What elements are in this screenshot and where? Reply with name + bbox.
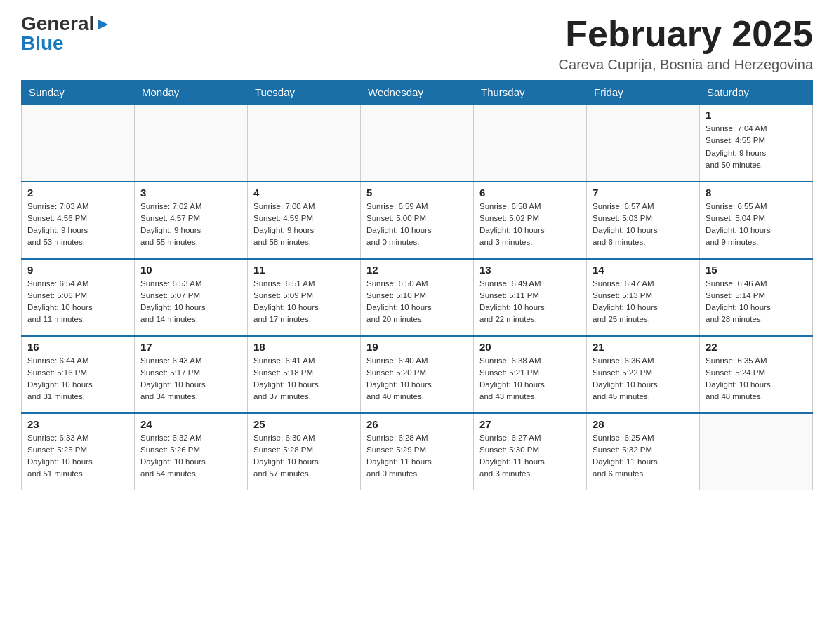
day-info: Sunrise: 6:41 AM Sunset: 5:18 PM Dayligh…: [253, 355, 355, 403]
calendar-cell: [135, 105, 248, 182]
calendar-cell: 24Sunrise: 6:32 AM Sunset: 5:26 PM Dayli…: [135, 413, 248, 490]
calendar-cell: 12Sunrise: 6:50 AM Sunset: 5:10 PM Dayli…: [361, 259, 474, 336]
calendar-cell: 10Sunrise: 6:53 AM Sunset: 5:07 PM Dayli…: [135, 259, 248, 336]
calendar-week-row: 16Sunrise: 6:44 AM Sunset: 5:16 PM Dayli…: [22, 336, 813, 413]
day-number: 27: [479, 418, 581, 430]
calendar-cell: 11Sunrise: 6:51 AM Sunset: 5:09 PM Dayli…: [248, 259, 361, 336]
calendar-cell: 20Sunrise: 6:38 AM Sunset: 5:21 PM Dayli…: [474, 336, 587, 413]
day-number: 17: [140, 341, 241, 353]
day-info: Sunrise: 6:53 AM Sunset: 5:07 PM Dayligh…: [140, 278, 241, 326]
calendar-table: SundayMondayTuesdayWednesdayThursdayFrid…: [21, 80, 813, 490]
day-info: Sunrise: 6:27 AM Sunset: 5:30 PM Dayligh…: [479, 432, 581, 481]
day-header-monday: Monday: [135, 81, 248, 105]
calendar-cell: 27Sunrise: 6:27 AM Sunset: 5:30 PM Dayli…: [474, 413, 587, 490]
day-header-sunday: Sunday: [22, 81, 135, 105]
day-number: 9: [27, 264, 128, 276]
location: Careva Cuprija, Bosnia and Herzegovina: [559, 57, 813, 73]
calendar-cell: 1Sunrise: 7:04 AM Sunset: 4:55 PM Daylig…: [700, 105, 813, 182]
day-number: 15: [706, 264, 807, 276]
calendar-cell: [587, 105, 700, 182]
day-info: Sunrise: 6:32 AM Sunset: 5:26 PM Dayligh…: [140, 432, 241, 481]
calendar-week-row: 23Sunrise: 6:33 AM Sunset: 5:25 PM Dayli…: [22, 413, 813, 490]
day-info: Sunrise: 6:49 AM Sunset: 5:11 PM Dayligh…: [479, 278, 581, 326]
day-number: 21: [593, 341, 694, 353]
calendar-cell: 4Sunrise: 7:00 AM Sunset: 4:59 PM Daylig…: [248, 182, 361, 259]
calendar-cell: 19Sunrise: 6:40 AM Sunset: 5:20 PM Dayli…: [361, 336, 474, 413]
calendar-cell: 16Sunrise: 6:44 AM Sunset: 5:16 PM Dayli…: [22, 336, 135, 413]
calendar-cell: 25Sunrise: 6:30 AM Sunset: 5:28 PM Dayli…: [248, 413, 361, 490]
day-number: 20: [479, 341, 581, 353]
calendar-cell: 22Sunrise: 6:35 AM Sunset: 5:24 PM Dayli…: [700, 336, 813, 413]
calendar-cell: 23Sunrise: 6:33 AM Sunset: 5:25 PM Dayli…: [22, 413, 135, 490]
calendar-cell: 9Sunrise: 6:54 AM Sunset: 5:06 PM Daylig…: [22, 259, 135, 336]
day-number: 2: [27, 187, 128, 199]
day-info: Sunrise: 6:57 AM Sunset: 5:03 PM Dayligh…: [593, 201, 694, 249]
day-info: Sunrise: 6:58 AM Sunset: 5:02 PM Dayligh…: [479, 201, 581, 249]
calendar-cell: 26Sunrise: 6:28 AM Sunset: 5:29 PM Dayli…: [361, 413, 474, 490]
day-info: Sunrise: 7:02 AM Sunset: 4:57 PM Dayligh…: [140, 201, 241, 249]
day-info: Sunrise: 6:38 AM Sunset: 5:21 PM Dayligh…: [479, 355, 581, 403]
day-number: 10: [140, 264, 241, 276]
day-number: 12: [366, 264, 468, 276]
logo-arrow-icon: [95, 17, 111, 32]
page-header: General Blue February 2025 Careva Cuprij…: [21, 14, 813, 73]
day-header-wednesday: Wednesday: [361, 81, 474, 105]
logo-blue: Blue: [21, 34, 64, 53]
calendar-cell: [248, 105, 361, 182]
calendar-cell: [361, 105, 474, 182]
title-section: February 2025 Careva Cuprija, Bosnia and…: [559, 14, 813, 73]
day-number: 4: [253, 187, 355, 199]
day-info: Sunrise: 6:43 AM Sunset: 5:17 PM Dayligh…: [140, 355, 241, 403]
calendar-cell: 13Sunrise: 6:49 AM Sunset: 5:11 PM Dayli…: [474, 259, 587, 336]
day-header-thursday: Thursday: [474, 81, 587, 105]
calendar-week-row: 2Sunrise: 7:03 AM Sunset: 4:56 PM Daylig…: [22, 182, 813, 259]
day-info: Sunrise: 6:40 AM Sunset: 5:20 PM Dayligh…: [366, 355, 468, 403]
day-header-friday: Friday: [587, 81, 700, 105]
day-number: 19: [366, 341, 468, 353]
day-info: Sunrise: 6:50 AM Sunset: 5:10 PM Dayligh…: [366, 278, 468, 326]
calendar-cell: 7Sunrise: 6:57 AM Sunset: 5:03 PM Daylig…: [587, 182, 700, 259]
calendar-cell: 28Sunrise: 6:25 AM Sunset: 5:32 PM Dayli…: [587, 413, 700, 490]
day-number: 28: [593, 418, 694, 430]
logo: General Blue: [21, 14, 111, 53]
day-info: Sunrise: 6:36 AM Sunset: 5:22 PM Dayligh…: [593, 355, 694, 403]
calendar-cell: [22, 105, 135, 182]
day-number: 3: [140, 187, 241, 199]
day-info: Sunrise: 6:25 AM Sunset: 5:32 PM Dayligh…: [593, 432, 694, 481]
day-number: 11: [253, 264, 355, 276]
day-number: 8: [706, 187, 807, 199]
day-number: 25: [253, 418, 355, 430]
calendar-cell: 15Sunrise: 6:46 AM Sunset: 5:14 PM Dayli…: [700, 259, 813, 336]
calendar-cell: 5Sunrise: 6:59 AM Sunset: 5:00 PM Daylig…: [361, 182, 474, 259]
logo-general: General: [21, 14, 94, 34]
day-header-saturday: Saturday: [700, 81, 813, 105]
calendar-cell: 14Sunrise: 6:47 AM Sunset: 5:13 PM Dayli…: [587, 259, 700, 336]
day-info: Sunrise: 6:54 AM Sunset: 5:06 PM Dayligh…: [27, 278, 128, 326]
day-number: 14: [593, 264, 694, 276]
day-number: 6: [479, 187, 581, 199]
calendar-header-row: SundayMondayTuesdayWednesdayThursdayFrid…: [22, 81, 813, 105]
month-title: February 2025: [559, 14, 813, 54]
calendar-cell: 6Sunrise: 6:58 AM Sunset: 5:02 PM Daylig…: [474, 182, 587, 259]
day-number: 1: [706, 109, 807, 121]
calendar-cell: [474, 105, 587, 182]
day-info: Sunrise: 6:51 AM Sunset: 5:09 PM Dayligh…: [253, 278, 355, 326]
day-number: 16: [27, 341, 128, 353]
calendar-week-row: 9Sunrise: 6:54 AM Sunset: 5:06 PM Daylig…: [22, 259, 813, 336]
day-info: Sunrise: 6:46 AM Sunset: 5:14 PM Dayligh…: [706, 278, 807, 326]
svg-marker-0: [98, 20, 108, 29]
calendar-cell: [700, 413, 813, 490]
day-info: Sunrise: 6:33 AM Sunset: 5:25 PM Dayligh…: [27, 432, 128, 481]
day-header-tuesday: Tuesday: [248, 81, 361, 105]
day-number: 7: [593, 187, 694, 199]
day-number: 26: [366, 418, 468, 430]
calendar-cell: 3Sunrise: 7:02 AM Sunset: 4:57 PM Daylig…: [135, 182, 248, 259]
day-info: Sunrise: 6:44 AM Sunset: 5:16 PM Dayligh…: [27, 355, 128, 403]
day-info: Sunrise: 6:55 AM Sunset: 5:04 PM Dayligh…: [706, 201, 807, 249]
day-number: 13: [479, 264, 581, 276]
day-number: 22: [706, 341, 807, 353]
day-number: 23: [27, 418, 128, 430]
calendar-cell: 21Sunrise: 6:36 AM Sunset: 5:22 PM Dayli…: [587, 336, 700, 413]
day-number: 18: [253, 341, 355, 353]
day-info: Sunrise: 6:35 AM Sunset: 5:24 PM Dayligh…: [706, 355, 807, 403]
